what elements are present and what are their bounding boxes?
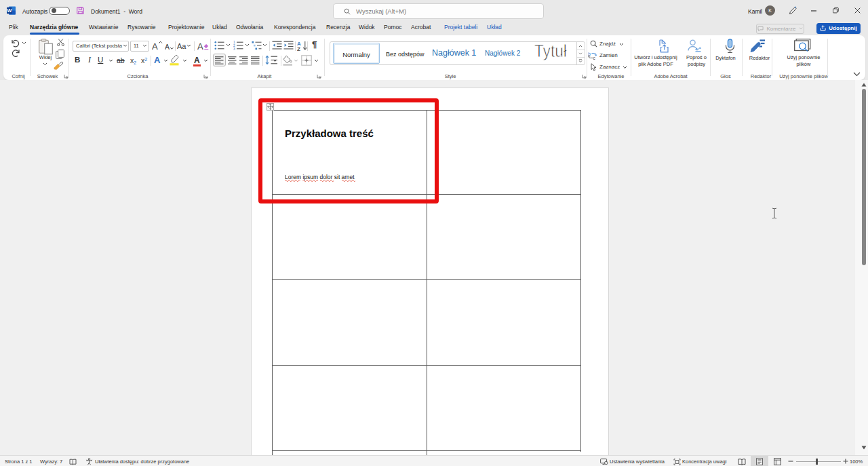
svg-text:A: A [165,43,170,51]
svg-text:Z: Z [297,46,300,52]
svg-text:W: W [7,7,12,14]
svg-text:Aa: Aa [177,42,186,50]
svg-text:A: A [197,41,203,52]
svg-text:3: 3 [233,47,235,50]
svg-text:c: c [593,56,595,60]
svg-text:A: A [152,41,158,52]
